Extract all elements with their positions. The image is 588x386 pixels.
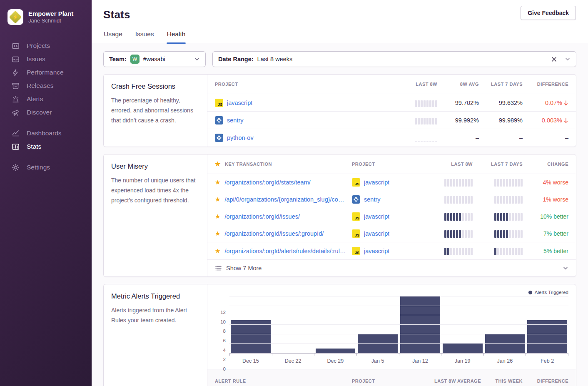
chart-bar[interactable] (356, 296, 399, 353)
difference-value: – (565, 134, 568, 141)
chart-legend[interactable]: Alerts Triggered (215, 288, 568, 296)
javascript-platform-icon: JS (215, 99, 223, 107)
org-name: Empower Plant (28, 10, 73, 18)
project-link[interactable]: python-ov (227, 134, 254, 141)
sparkline (444, 247, 473, 255)
col-last-8w: LAST 8W (416, 82, 437, 87)
transaction-link[interactable]: /organizations/:orgId/alerts/rules/detai… (224, 248, 346, 254)
chevron-down-icon[interactable] (563, 265, 568, 271)
star-icon[interactable]: ★ (215, 213, 220, 220)
project-link[interactable]: javascript (364, 248, 389, 254)
legend-label: Alerts Triggered (535, 290, 568, 295)
star-icon[interactable]: ★ (215, 230, 220, 237)
org-switcher[interactable]: ⚡ Empower Plant Jane Schmidt (0, 9, 92, 25)
project-link[interactable]: javascript (364, 179, 389, 186)
python-platform-icon (215, 134, 223, 142)
sidebar-item-dashboards[interactable]: Dashboards (0, 127, 92, 140)
col-last-8w-average: LAST 8W AVERAGE (434, 379, 481, 384)
difference-value: 0.003% (542, 117, 568, 124)
col-8w-avg: 8W AVG (460, 82, 479, 87)
project-link[interactable]: javascript (364, 213, 389, 220)
date-range-select[interactable]: Date Range: Last 8 weeks (212, 51, 576, 67)
sparkline (415, 134, 437, 142)
sparkline (494, 178, 523, 187)
sidebar-item-issues[interactable]: Issues (0, 52, 92, 66)
sidebar-item-alerts[interactable]: Alerts (0, 92, 92, 106)
chart-bar[interactable] (441, 296, 484, 353)
arrow-down-icon (563, 117, 568, 123)
chevron-down-icon[interactable] (565, 56, 571, 62)
chart-bar[interactable] (229, 296, 272, 353)
sidebar-item-settings[interactable]: Settings (0, 161, 92, 174)
project-link[interactable]: javascript (364, 230, 389, 237)
star-icon: ★ (215, 160, 221, 168)
transaction-link[interactable]: /organizations/:orgId/stats/team/ (224, 179, 310, 186)
tab-usage[interactable]: Usage (103, 30, 123, 43)
transaction-link[interactable]: /organizations/:orgId/issues/:groupId/ (224, 230, 324, 237)
filter-bar: Team: W #wasabi Date Range: Last 8 weeks (103, 51, 576, 67)
chevron-down-icon (194, 56, 200, 62)
team-select[interactable]: Team: W #wasabi (103, 51, 206, 67)
team-value: #wasabi (143, 56, 165, 62)
star-icon[interactable]: ★ (215, 196, 220, 203)
project-link[interactable]: sentry (227, 117, 244, 124)
org-logo: ⚡ (7, 9, 23, 25)
transaction-link[interactable]: /api/0/organizations/{organization_slug}… (224, 196, 346, 203)
tab-issues[interactable]: Issues (135, 30, 154, 43)
team-label: Team: (109, 56, 127, 62)
table-row: ★/organizations/:orgId/issues/JSjavascri… (207, 208, 576, 225)
give-feedback-button[interactable]: Give Feedback (521, 6, 576, 20)
sidebar-item-discover[interactable]: Discover (0, 106, 92, 119)
metric-alerts-description: Alerts triggered from the Alert Rules yo… (111, 305, 199, 325)
date-range-value: Last 8 weeks (257, 56, 293, 62)
chart-bar[interactable] (314, 296, 357, 353)
change-value: 4% worse (543, 179, 568, 186)
legend-dot-icon (528, 291, 532, 294)
team-avatar: W (130, 55, 140, 64)
chart-bar[interactable] (484, 296, 526, 353)
crash-free-table: PROJECT LAST 8W 8W AVG LAST 7 DAYS DIFFE… (207, 75, 576, 147)
project-link[interactable]: sentry (364, 196, 381, 203)
change-value: 10% better (540, 213, 568, 220)
project-link[interactable]: javascript (227, 100, 252, 106)
discover-icon (11, 108, 20, 117)
sparkline (444, 229, 473, 238)
tab-health[interactable]: Health (167, 30, 186, 43)
show-more-button[interactable]: Show 7 More (207, 259, 576, 276)
star-icon[interactable]: ★ (215, 247, 220, 255)
crash-free-title: Crash Free Sessions (111, 82, 199, 90)
transaction-link[interactable]: /organizations/:orgId/issues/ (224, 213, 300, 220)
chart-x-label: Jan 19 (441, 358, 484, 364)
sidebar-nav: ProjectsIssuesPerformanceReleasesAlertsD… (0, 39, 92, 174)
sidebar-item-performance[interactable]: Performance (0, 66, 92, 79)
performance-icon (11, 68, 20, 77)
col-key-transaction: KEY TRANSACTION (225, 162, 272, 167)
chart-bar[interactable] (272, 296, 314, 353)
crash-free-description: The percentage of healthy, errored, and … (111, 95, 199, 125)
alert-rules-table-header: ALERT RULE PROJECT LAST 8W AVERAGE THIS … (207, 369, 576, 386)
table-row: python-ov – – – (207, 129, 576, 147)
arrow-down-icon (563, 100, 568, 106)
chart-bar[interactable] (526, 296, 568, 353)
user-misery-description: The number of unique users that experien… (111, 175, 199, 205)
avg-8w-value: 99.992% (455, 117, 479, 124)
sidebar-item-stats[interactable]: Stats (0, 140, 92, 153)
metric-alerts-chart-section: Alerts Triggered 024681012 Dec 15Dec 22D… (207, 284, 576, 386)
metric-alerts-panel: Metric Alerts Triggered Alerts triggered… (103, 284, 576, 386)
chart-y-axis: 024681012 (215, 296, 226, 369)
table-row: ★/api/0/organizations/{organization_slug… (207, 191, 576, 208)
javascript-platform-icon: JS (352, 229, 360, 238)
table-row: sentry 99.992% 99.989% 0.003% (207, 112, 576, 129)
clear-date-icon[interactable] (551, 57, 557, 62)
empower-plant-logo-icon: ⚡ (9, 10, 22, 23)
sparkline (494, 212, 523, 221)
user-misery-table: ★KEY TRANSACTION PROJECT LAST 8W LAST 7 … (207, 154, 576, 276)
sparkline (415, 116, 437, 125)
sidebar-item-projects[interactable]: Projects (0, 39, 92, 52)
chart-bar[interactable] (399, 296, 441, 353)
crash-free-sessions-panel: Crash Free Sessions The percentage of he… (103, 74, 576, 147)
star-icon[interactable]: ★ (215, 179, 220, 186)
change-value: 1% worse (543, 196, 568, 203)
sidebar-item-releases[interactable]: Releases (0, 79, 92, 92)
javascript-platform-icon: JS (352, 178, 360, 187)
